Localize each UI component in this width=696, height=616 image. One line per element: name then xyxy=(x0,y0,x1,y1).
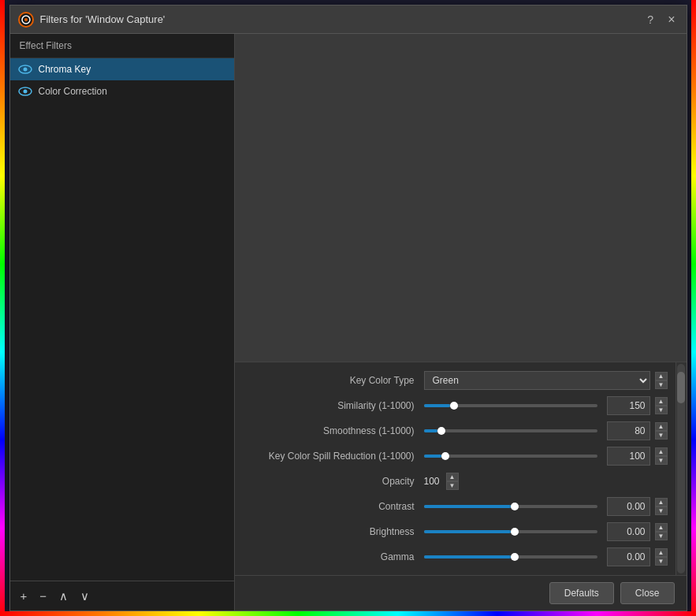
key-color-type-row: Key Color Type Green Blue Red Magenta Cu… xyxy=(243,370,668,391)
filter-toolbar: + − ∧ ∨ xyxy=(10,581,234,610)
main-dialog: Filters for 'Window Capture' ? × Effect … xyxy=(9,5,687,611)
gamma-slider-fill xyxy=(424,555,511,558)
brightness-slider-container xyxy=(424,530,604,533)
smoothness-up[interactable]: ▲ xyxy=(655,422,668,431)
key-color-type-down[interactable]: ▼ xyxy=(655,380,668,389)
brightness-spinner: ▲ ▼ xyxy=(655,523,668,540)
similarity-slider-track[interactable] xyxy=(424,404,597,407)
key-color-spill-slider-thumb[interactable] xyxy=(441,452,449,460)
content-area: Effect Filters Chroma Key Color xyxy=(10,34,687,610)
smoothness-input[interactable] xyxy=(607,421,650,440)
similarity-input-area: ▲ ▼ xyxy=(424,396,668,415)
opacity-label: Opacity xyxy=(243,476,424,487)
gamma-up[interactable]: ▲ xyxy=(655,548,668,557)
contrast-up[interactable]: ▲ xyxy=(655,498,668,507)
smoothness-slider-thumb[interactable] xyxy=(437,427,445,435)
move-down-button[interactable]: ∨ xyxy=(76,588,93,605)
similarity-input[interactable] xyxy=(607,396,650,415)
rainbow-right-border xyxy=(691,0,696,616)
scroll-thumb[interactable] xyxy=(677,372,685,403)
controls-section: Key Color Type Green Blue Red Magenta Cu… xyxy=(235,362,687,575)
gamma-input[interactable] xyxy=(607,547,650,566)
contrast-slider-track[interactable] xyxy=(424,505,597,508)
opacity-value: 100 xyxy=(424,476,440,487)
gamma-label: Gamma xyxy=(243,551,424,562)
key-color-spill-row: Key Color Spill Reduction (1-1000) ▲ xyxy=(243,446,668,466)
similarity-slider-container xyxy=(424,404,604,407)
obs-logo-icon xyxy=(18,12,34,28)
similarity-up[interactable]: ▲ xyxy=(655,397,668,406)
smoothness-row: Smoothness (1-1000) ▲ ▼ xyxy=(243,421,668,441)
title-bar: Filters for 'Window Capture' ? × xyxy=(10,6,687,34)
filter-item-color-correction[interactable]: Color Correction xyxy=(10,80,234,102)
opacity-row: Opacity 100 ▲ ▼ xyxy=(243,471,668,492)
opacity-up[interactable]: ▲ xyxy=(446,473,459,481)
close-x-button[interactable]: × xyxy=(664,11,678,28)
gamma-slider-track[interactable] xyxy=(424,555,597,558)
smoothness-spinner: ▲ ▼ xyxy=(655,422,668,440)
similarity-down[interactable]: ▼ xyxy=(655,406,668,414)
rainbow-bottom-border xyxy=(0,611,696,616)
key-color-type-input-area: Green Blue Red Magenta Custom Color ▲ ▼ xyxy=(424,371,668,390)
brightness-label: Brightness xyxy=(243,526,424,537)
svg-point-2 xyxy=(24,18,28,21)
scroll-track[interactable] xyxy=(677,364,685,573)
contrast-input-area: ▲ ▼ xyxy=(424,497,668,516)
eye-icon-color-correction xyxy=(18,86,32,97)
controls-scrollbar[interactable] xyxy=(676,362,687,575)
help-button[interactable]: ? xyxy=(647,13,653,26)
contrast-slider-thumb[interactable] xyxy=(511,503,519,510)
key-color-spill-input-area: ▲ ▼ xyxy=(424,447,668,466)
similarity-slider-fill xyxy=(424,404,450,407)
dialog-title: Filters for 'Window Capture' xyxy=(40,13,648,25)
rainbow-left-border xyxy=(0,0,5,616)
contrast-spinner: ▲ ▼ xyxy=(655,498,668,515)
remove-filter-button[interactable]: − xyxy=(35,588,50,604)
eye-icon-chroma-key xyxy=(18,64,32,75)
gamma-down[interactable]: ▼ xyxy=(655,557,668,566)
opacity-spinner: ▲ ▼ xyxy=(446,473,459,490)
key-color-spill-up[interactable]: ▲ xyxy=(655,447,668,456)
contrast-slider-container xyxy=(424,505,604,508)
svg-point-4 xyxy=(23,68,27,72)
similarity-spinner: ▲ ▼ xyxy=(655,397,668,414)
contrast-row: Contrast ▲ ▼ xyxy=(243,496,668,517)
contrast-down[interactable]: ▼ xyxy=(655,507,668,515)
brightness-input[interactable] xyxy=(607,522,650,541)
contrast-slider-fill xyxy=(424,505,511,508)
gamma-slider-thumb[interactable] xyxy=(511,553,519,561)
smoothness-down[interactable]: ▼ xyxy=(655,431,668,440)
key-color-type-select[interactable]: Green Blue Red Magenta Custom Color xyxy=(424,371,650,390)
key-color-spill-down[interactable]: ▼ xyxy=(655,456,668,465)
defaults-button[interactable]: Defaults xyxy=(549,582,614,604)
key-color-spill-slider-track[interactable] xyxy=(424,455,597,458)
similarity-slider-thumb[interactable] xyxy=(450,402,458,410)
key-color-spill-input[interactable] xyxy=(607,447,650,466)
key-color-spill-label: Key Color Spill Reduction (1-1000) xyxy=(243,451,424,462)
filter-label-color-correction: Color Correction xyxy=(39,86,107,97)
gamma-input-area: ▲ ▼ xyxy=(424,547,668,566)
gamma-slider-container xyxy=(424,555,604,558)
similarity-label: Similarity (1-1000) xyxy=(243,400,424,411)
close-button[interactable]: Close xyxy=(620,582,675,604)
add-filter-button[interactable]: + xyxy=(17,588,32,604)
key-color-spill-slider-container xyxy=(424,455,604,458)
filter-item-chroma-key[interactable]: Chroma Key xyxy=(10,58,234,80)
smoothness-slider-track[interactable] xyxy=(424,429,597,432)
filter-list: Chroma Key Color Correction xyxy=(10,58,234,581)
brightness-input-area: ▲ ▼ xyxy=(424,522,668,541)
move-up-button[interactable]: ∧ xyxy=(55,588,72,605)
brightness-up[interactable]: ▲ xyxy=(655,523,668,532)
key-color-spill-slider-fill xyxy=(424,455,441,458)
contrast-label: Contrast xyxy=(243,501,424,512)
contrast-input[interactable] xyxy=(607,497,650,516)
brightness-down[interactable]: ▼ xyxy=(655,532,668,540)
key-color-type-up[interactable]: ▲ xyxy=(655,372,668,380)
gamma-row: Gamma ▲ ▼ xyxy=(243,547,668,567)
opacity-down[interactable]: ▼ xyxy=(446,481,459,490)
opacity-input-area: 100 ▲ ▼ xyxy=(424,473,668,490)
similarity-row: Similarity (1-1000) ▲ ▼ xyxy=(243,395,668,416)
brightness-slider-thumb[interactable] xyxy=(511,528,519,536)
brightness-slider-track[interactable] xyxy=(424,530,597,533)
key-color-type-label: Key Color Type xyxy=(243,375,424,386)
